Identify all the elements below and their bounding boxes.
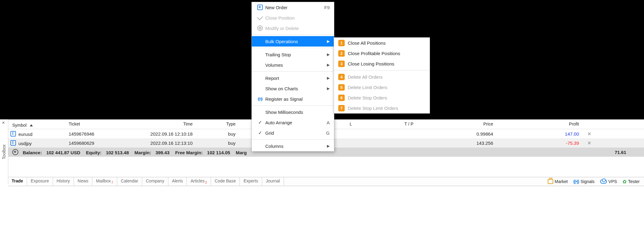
close-x-icon: ✕ xyxy=(587,131,591,137)
close-x-icon: ✕ xyxy=(587,140,591,146)
status-vps[interactable]: VPS xyxy=(600,179,617,184)
time-cell: 2022.09.16 12:13:10 xyxy=(115,140,195,146)
symbol-cell: usdjpy xyxy=(8,140,66,146)
submenu-close-profitable-positions[interactable]: 2 Close Profitable Positions xyxy=(334,48,430,58)
header-symbol[interactable]: Symbol xyxy=(8,120,66,129)
tab-alerts[interactable]: Alerts xyxy=(168,177,187,186)
profit-cell: -75.39 xyxy=(496,140,581,146)
number-chip-icon: 1 xyxy=(338,40,345,46)
status-right: Market ((•))Signals VPS ✿Tester xyxy=(543,177,644,186)
menu-new-order[interactable]: New Order F9 xyxy=(252,2,334,13)
submenu-delete-limit-orders[interactable]: 5 Delete Limit Orders xyxy=(334,82,430,92)
checkmark-icon: ✓ xyxy=(258,130,262,136)
tab-exposure[interactable]: Exposure xyxy=(27,177,53,186)
menu-separator xyxy=(252,71,334,72)
number-chip-icon: 4 xyxy=(338,74,345,80)
tab-codebase[interactable]: Code Base xyxy=(211,177,240,186)
toolbox-tabbar: Trade Exposure History News Mailbox7 Cal… xyxy=(8,177,644,186)
time-cell: 2022.09.16 12:10:18 xyxy=(115,131,195,137)
submenu-close-losing-positions[interactable]: 3 Close Losing Positions xyxy=(334,58,430,69)
number-chip-icon: 6 xyxy=(338,95,345,101)
summary-profit: 71.61 xyxy=(615,150,644,155)
menu-show-milliseconds[interactable]: Show Milliseconds xyxy=(252,107,334,117)
header-close-col xyxy=(581,120,597,129)
header-price[interactable]: Price xyxy=(416,120,496,129)
menu-volumes[interactable]: Volumes ▶ xyxy=(252,60,334,70)
menu-separator xyxy=(252,105,334,106)
header-time[interactable]: Time xyxy=(115,120,195,129)
menu-bulk-operations[interactable]: Bulk Operations ▶ xyxy=(252,36,334,47)
status-signals[interactable]: ((•))Signals xyxy=(573,179,594,184)
header-ticket[interactable]: Ticket xyxy=(66,120,115,129)
menu-report[interactable]: Report ▶ xyxy=(252,73,334,83)
symbol-cell: eurusd xyxy=(8,131,66,137)
submenu-arrow-icon: ▶ xyxy=(327,86,330,91)
profit-cell: 147.00 xyxy=(496,131,581,137)
menu-separator xyxy=(334,70,430,70)
summary-text: Balance: 102 441.87 USD Equity: 102 513.… xyxy=(8,149,250,155)
number-chip-icon: 3 xyxy=(338,61,345,67)
menu-separator xyxy=(252,48,334,48)
tab-articles[interactable]: Articles2 xyxy=(187,177,211,186)
type-cell: buy xyxy=(195,131,238,137)
new-order-icon xyxy=(257,5,263,10)
check-icon xyxy=(257,14,263,20)
symbol-icon xyxy=(10,140,16,146)
header-profit[interactable]: Profit xyxy=(496,120,581,129)
submenu-delete-all-orders[interactable]: 4 Delete All Orders xyxy=(334,72,430,82)
menu-auto-arrange[interactable]: ✓ Auto Arrange A xyxy=(252,117,334,128)
tab-company[interactable]: Company xyxy=(142,177,168,186)
submenu-arrow-icon: ▶ xyxy=(327,76,330,80)
tab-experts[interactable]: Experts xyxy=(240,177,262,186)
status-tester[interactable]: ✿Tester xyxy=(623,179,640,185)
gear-icon xyxy=(257,25,263,31)
sort-ascending-icon xyxy=(30,124,33,126)
menu-modify-delete: Modify or Delete xyxy=(252,23,334,33)
submenu-arrow-icon: ▶ xyxy=(327,144,330,148)
submenu-arrow-icon: ▶ xyxy=(327,39,330,43)
submenu-delete-stop-limit-orders[interactable]: 7 Delete Stop Limit Orders xyxy=(334,103,430,113)
type-cell: buy xyxy=(195,140,238,146)
tab-trade[interactable]: Trade xyxy=(8,177,27,186)
menu-separator xyxy=(252,35,334,35)
header-tp[interactable]: T / P xyxy=(355,120,416,129)
tab-history[interactable]: History xyxy=(53,177,74,186)
badge: 7 xyxy=(111,181,113,184)
header-type[interactable]: Type xyxy=(195,120,238,129)
badge: 2 xyxy=(205,181,207,184)
bulk-operations-submenu: 1 Close All Positions 2 Close Profitable… xyxy=(334,37,430,114)
ticket-cell: 1459676946 xyxy=(66,131,115,137)
close-position-button[interactable]: ✕ xyxy=(581,131,597,137)
signals-icon: ((•)) xyxy=(573,179,579,184)
submenu-delete-stop-orders[interactable]: 6 Delete Stop Orders xyxy=(334,92,430,103)
number-chip-icon: 2 xyxy=(338,50,345,57)
gear-check-icon: ✿ xyxy=(623,179,627,185)
context-menu: New Order F9 Close Position Modify or De… xyxy=(251,2,334,152)
signals-icon: ((•)) xyxy=(258,97,262,101)
checkmark-icon: ✓ xyxy=(258,120,262,125)
price-cell: 143.256 xyxy=(416,140,496,146)
submenu-close-all-positions[interactable]: 1 Close All Positions xyxy=(334,38,430,48)
bag-icon xyxy=(548,179,553,184)
symbol-icon xyxy=(10,131,16,137)
menu-show-on-charts[interactable]: Show on Charts ▶ xyxy=(252,83,334,94)
menu-columns[interactable]: Columns ▶ xyxy=(252,141,334,151)
tab-news[interactable]: News xyxy=(74,177,92,186)
status-market[interactable]: Market xyxy=(548,179,568,184)
ticket-cell: 1459680629 xyxy=(66,140,115,146)
menu-trailing-stop[interactable]: Trailing Stop ▶ xyxy=(252,49,334,60)
tab-mailbox[interactable]: Mailbox7 xyxy=(92,177,117,186)
toolbox-vertical-tab[interactable]: Toolbox xyxy=(0,119,8,184)
expand-icon[interactable] xyxy=(12,149,18,155)
cloud-icon xyxy=(600,179,607,184)
close-position-button[interactable]: ✕ xyxy=(581,140,597,146)
price-cell: 0.99864 xyxy=(416,131,496,137)
tab-journal[interactable]: Journal xyxy=(262,177,284,186)
menu-grid[interactable]: ✓ Grid G xyxy=(252,128,334,138)
menu-register-signal[interactable]: ((•)) Register as Signal xyxy=(252,94,334,104)
submenu-arrow-icon: ▶ xyxy=(327,63,330,67)
toolbox-label: Toolbox xyxy=(2,144,6,159)
tab-calendar[interactable]: Calendar xyxy=(117,177,142,186)
number-chip-icon: 7 xyxy=(338,105,345,111)
submenu-arrow-icon: ▶ xyxy=(327,52,330,57)
